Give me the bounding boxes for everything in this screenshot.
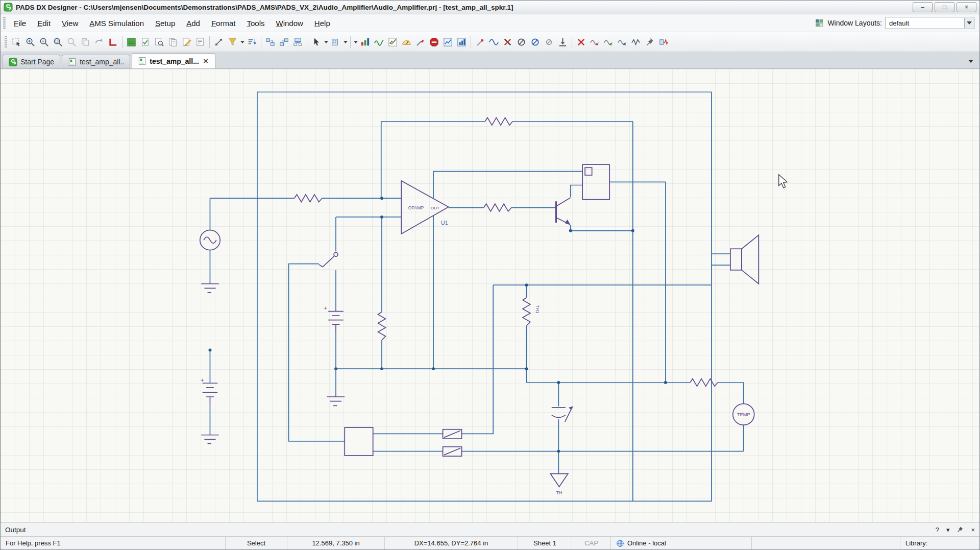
wave-probe-4-icon[interactable] <box>629 35 643 49</box>
board-view-icon[interactable] <box>125 35 138 49</box>
zoom-in-icon[interactable] <box>23 35 37 49</box>
check-page-icon[interactable] <box>138 35 152 49</box>
menu-window[interactable]: Window <box>270 19 308 28</box>
stop-icon[interactable] <box>427 35 441 49</box>
no-connect-b-icon[interactable] <box>528 35 542 49</box>
resistor-feedback[interactable] <box>485 117 512 125</box>
place-part-icon[interactable] <box>329 35 342 49</box>
ground-triangle-symbol[interactable] <box>550 474 568 487</box>
resistor-output[interactable] <box>484 204 511 211</box>
capacitor-symbol[interactable] <box>552 406 573 422</box>
fuse-2-symbol[interactable] <box>443 447 462 456</box>
no-connect-a-icon[interactable] <box>514 35 528 49</box>
minimize-button[interactable]: – <box>913 2 933 12</box>
zoom-out-icon[interactable] <box>37 35 51 49</box>
redline-icon[interactable] <box>106 35 120 49</box>
sim-settings-icon[interactable] <box>358 35 372 49</box>
close-button[interactable]: × <box>957 2 976 12</box>
no-connect-c-icon[interactable] <box>542 35 556 49</box>
pin-icon[interactable] <box>957 526 964 533</box>
sim-probe-icon[interactable] <box>413 35 427 49</box>
measure-icon[interactable] <box>212 35 226 49</box>
speaker-symbol[interactable] <box>730 235 758 283</box>
ac-source-symbol[interactable] <box>200 230 220 250</box>
tab-start-page[interactable]: Start Page <box>3 55 60 68</box>
zoom-select-icon[interactable] <box>65 35 79 49</box>
page-list-icon[interactable] <box>193 35 207 49</box>
zoom-window-icon[interactable] <box>51 35 65 49</box>
chevron-down-icon[interactable] <box>964 18 974 28</box>
help-icon[interactable]: ? <box>936 526 939 534</box>
net-wires[interactable] <box>210 92 743 501</box>
remove-x-icon[interactable] <box>574 35 588 49</box>
menu-grip[interactable] <box>3 17 6 29</box>
wave-probe-3-icon[interactable] <box>616 35 629 49</box>
schematic-canvas[interactable]: OPAMP OUT U1 TEMP TH TH1 + + <box>1 69 979 522</box>
transistor-symbol[interactable] <box>556 198 570 225</box>
hierarchy-down-icon[interactable] <box>263 35 277 49</box>
menu-tools[interactable]: Tools <box>241 19 270 28</box>
filter-caret-icon[interactable] <box>239 35 245 49</box>
menu-add[interactable]: Add <box>181 19 206 28</box>
view-next-icon[interactable] <box>92 35 106 49</box>
filter-icon[interactable] <box>226 35 239 49</box>
sim-chart-icon[interactable] <box>386 35 400 49</box>
menu-edit[interactable]: Edit <box>32 19 56 28</box>
menu-setup[interactable]: Setup <box>150 19 181 28</box>
ground-probe-icon[interactable] <box>556 35 570 49</box>
place-part-caret-icon[interactable] <box>342 35 348 49</box>
select-mode-caret-icon[interactable] <box>323 35 329 49</box>
menu-file[interactable]: File <box>8 19 32 28</box>
battery-2-symbol[interactable] <box>203 382 218 404</box>
toolbar-grip[interactable] <box>5 36 7 47</box>
menu-help[interactable]: Help <box>309 19 336 28</box>
ground-source-symbol[interactable] <box>201 282 219 293</box>
battery-1-symbol[interactable] <box>328 308 344 331</box>
ic-block-symbol[interactable] <box>582 164 609 199</box>
control-block-symbol[interactable] <box>345 427 373 456</box>
page-edit-icon[interactable] <box>180 35 193 49</box>
probe-sine-icon[interactable] <box>487 35 501 49</box>
chart-line-icon[interactable] <box>441 35 455 49</box>
sim-wave-icon[interactable] <box>372 35 386 49</box>
menu-view[interactable]: View <box>56 19 84 28</box>
fuse-1-symbol[interactable] <box>443 429 462 439</box>
menu-format[interactable]: Format <box>206 19 241 28</box>
wave-probe-1-icon[interactable] <box>588 35 602 49</box>
delete-probe-icon[interactable] <box>501 35 514 49</box>
page-zoom-icon[interactable] <box>152 35 166 49</box>
switch-symbol[interactable] <box>319 252 338 267</box>
resistor-temp[interactable] <box>690 379 718 387</box>
hierarchy-up-icon[interactable] <box>277 35 291 49</box>
wave-probe-2-icon[interactable] <box>602 35 616 49</box>
pages-icon[interactable] <box>166 35 180 49</box>
select-mode-icon[interactable] <box>309 35 323 49</box>
tab-overflow-icon[interactable] <box>966 57 975 64</box>
sim-meter-icon[interactable] <box>400 35 413 49</box>
resistor-th1[interactable] <box>523 298 530 326</box>
pushpin-icon[interactable] <box>643 35 657 49</box>
status-connection[interactable]: Online - local <box>610 537 751 549</box>
panel-close-icon[interactable]: × <box>971 526 975 534</box>
sort-icon[interactable] <box>245 35 259 49</box>
view-prev-icon[interactable] <box>79 35 92 49</box>
resistor-input[interactable] <box>295 195 322 202</box>
chip-wave-icon[interactable] <box>657 35 671 49</box>
tab-close-icon[interactable] <box>202 58 209 65</box>
output-panel-bar[interactable]: Output ? ▾ × <box>1 522 979 536</box>
chart-bar-icon[interactable] <box>455 35 469 49</box>
resistor-bias[interactable] <box>378 312 386 340</box>
maximize-button[interactable]: □ <box>935 2 954 12</box>
hierarchy-top-icon[interactable] <box>291 35 305 49</box>
window-layouts-select[interactable]: default <box>886 17 974 29</box>
toolbar-overflow-icon[interactable] <box>353 35 358 49</box>
probe-voltage-icon[interactable] <box>473 35 487 49</box>
select-area-icon[interactable] <box>10 35 23 49</box>
opamp-out-label: OUT <box>431 206 439 210</box>
panel-dropdown-icon[interactable]: ▾ <box>946 526 950 534</box>
menu-ams-simulation[interactable]: AMS Simulation <box>84 19 150 28</box>
tab-test-amp-1[interactable]: test_amp_all.. <box>62 55 130 68</box>
ground-battery2-symbol[interactable] <box>201 433 219 444</box>
tab-test-amp-2-active[interactable]: test_amp_all... <box>132 53 215 68</box>
ground-battery1-symbol[interactable] <box>327 395 345 405</box>
